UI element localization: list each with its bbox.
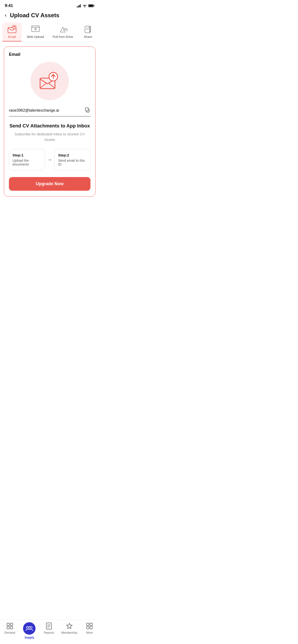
steps-row: Step:1 Upload the documents → Step:2 Sen… [9, 149, 90, 170]
illustration-wrapper [9, 62, 90, 100]
tab-pull-drive[interactable]: Pull from Drive [49, 22, 76, 42]
svg-rect-5 [89, 5, 93, 7]
svg-line-26 [49, 84, 55, 88]
status-bar: 9:41 [0, 0, 99, 10]
svg-rect-30 [85, 108, 88, 111]
status-time: 9:41 [5, 3, 13, 8]
tab-web-upload-label: Web Upload [27, 35, 44, 38]
send-cv-subtitle: Subscribe for dedicated Inbox to receive… [9, 132, 90, 142]
email-address-text: raoe3962@talentexchange.ai [9, 108, 59, 112]
tab-pull-drive-label: Pull from Drive [53, 35, 73, 38]
card-title: Email [9, 52, 90, 57]
signal-icon [77, 4, 81, 8]
email-address-row: raoe3962@talentexchange.ai [9, 107, 90, 116]
step2-title: Step:2 [58, 153, 87, 157]
send-cv-title: Send CV Attachments to App Inbox [9, 123, 90, 129]
step1-desc: Upload the documents [13, 158, 41, 166]
email-illustration [31, 62, 69, 100]
email-upload-svg [39, 72, 60, 90]
copy-icon [85, 107, 90, 112]
svg-rect-6 [94, 5, 95, 6]
tab-email[interactable]: Email [3, 22, 22, 42]
svg-rect-2 [79, 5, 80, 8]
tabs-bar: Email Web Upload Pull from Drive [0, 22, 99, 42]
header: ‹ Upload CV Assets [0, 10, 99, 22]
share-tab-icon [83, 25, 93, 34]
email-tab-icon [7, 25, 17, 34]
tab-web-upload[interactable]: Web Upload [24, 22, 47, 42]
svg-rect-1 [78, 6, 79, 8]
copy-email-button[interactable] [84, 107, 90, 114]
svg-rect-11 [32, 26, 39, 27]
step2-box: Step:2 Send email to this ID [54, 149, 90, 170]
step2-desc: Send email to this ID [58, 158, 87, 166]
status-icons [77, 4, 95, 8]
wifi-icon [83, 4, 87, 8]
svg-rect-0 [77, 6, 77, 8]
step1-title: Step:1 [13, 153, 41, 157]
battery-icon [88, 4, 95, 8]
tab-share-label: Share [84, 35, 92, 38]
back-button[interactable]: ‹ [4, 12, 8, 18]
tab-email-label: Email [8, 35, 16, 38]
svg-rect-3 [80, 4, 81, 8]
web-upload-tab-icon [31, 25, 40, 34]
step1-box: Step:1 Upload the documents [9, 149, 45, 170]
page-title: Upload CV Assets [10, 12, 59, 19]
steps-arrow: → [47, 157, 52, 162]
svg-line-25 [40, 84, 46, 88]
svg-rect-16 [65, 30, 67, 32]
email-card: Email raoe3962@talentexch [4, 46, 95, 197]
upgrade-now-button[interactable]: Upgrade Now [9, 177, 90, 191]
pull-drive-tab-icon [58, 25, 68, 34]
main-content: Email raoe3962@talentexch [0, 42, 99, 202]
tab-share[interactable]: Share [78, 22, 98, 42]
